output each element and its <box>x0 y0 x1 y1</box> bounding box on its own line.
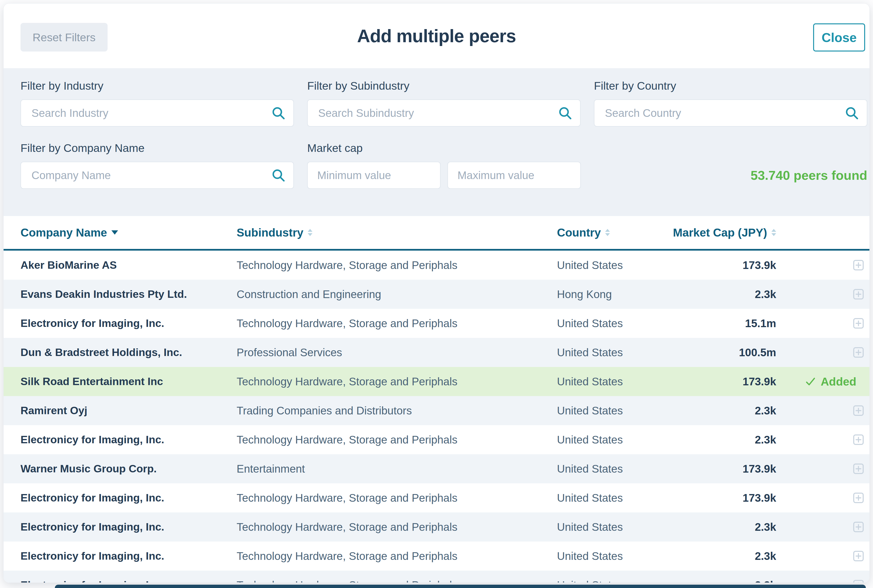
table-body: Aker BioMarine AS Technology Hardware, S… <box>4 250 869 583</box>
plus-icon <box>852 462 865 475</box>
industry-search-input[interactable] <box>21 99 294 127</box>
add-peer-button[interactable] <box>852 288 865 301</box>
country-filter-field: Filter by Country <box>594 79 867 127</box>
column-header[interactable]: Market Cap (JPY) <box>660 226 776 239</box>
cell-country: United States <box>557 550 660 562</box>
plus-icon <box>852 346 865 359</box>
add-peer-button[interactable] <box>852 346 865 359</box>
country-filter-label: Filter by Country <box>594 79 867 93</box>
plus-icon <box>852 259 865 272</box>
cell-market-cap: 15.1m <box>660 317 776 330</box>
cell-action: Added <box>776 550 869 562</box>
column-header[interactable]: Country <box>557 226 660 239</box>
market-cap-min-input[interactable] <box>307 162 440 189</box>
company-filter-label: Filter by Company Name <box>21 141 294 155</box>
add-peer-button[interactable] <box>852 520 865 533</box>
table-row: Electronicy for Imaging, Inc. Technology… <box>4 483 869 512</box>
add-peer-button[interactable] <box>852 433 865 446</box>
company-name-input[interactable] <box>21 162 294 189</box>
subindustry-filter-field: Filter by Subindustry <box>307 79 581 127</box>
cell-subindustry: Construction and Engineering <box>237 288 557 301</box>
cell-action: Added <box>776 462 869 475</box>
market-cap-max-input[interactable] <box>448 162 581 189</box>
cell-subindustry: Technology Hardware, Storage and Peripha… <box>237 579 557 583</box>
add-peer-button[interactable] <box>852 579 865 583</box>
added-badge: Added <box>805 375 865 388</box>
cell-company: Evans Deakin Industries Pty Ltd. <box>21 288 237 300</box>
cell-market-cap: 2.3k <box>660 433 776 446</box>
cell-country: United States <box>557 579 660 583</box>
add-peers-modal: Reset Filters Add multiple peers Close F… <box>3 3 870 583</box>
plus-icon <box>852 491 865 504</box>
cell-subindustry: Technology Hardware, Storage and Peripha… <box>237 491 557 504</box>
table-header: Company Name Subindustry Country Market … <box>4 216 869 250</box>
table-row: Electronicy for Imaging, Inc. Technology… <box>4 425 869 454</box>
cell-action: Added <box>776 491 869 504</box>
cell-market-cap: 173.9k <box>660 462 776 475</box>
cell-country: Hong Kong <box>557 288 660 301</box>
search-icon <box>844 106 859 120</box>
add-peer-button[interactable] <box>852 404 865 417</box>
add-peer-button[interactable] <box>852 317 865 330</box>
column-label: Company Name <box>21 226 107 239</box>
cell-country: United States <box>557 433 660 446</box>
cell-company: Silk Road Entertainment Inc <box>21 375 237 388</box>
cell-company: Aker BioMarine AS <box>21 259 237 272</box>
cell-action: Added <box>776 288 869 301</box>
table-row: Ramirent Oyj Trading Companies and Distr… <box>4 396 869 425</box>
peers-found-count: 53.740 peers found <box>751 168 867 183</box>
filter-panel: Filter by Industry Filter by Subindustry <box>4 68 869 216</box>
modal-title: Add multiple peers <box>4 4 869 68</box>
table-row: Evans Deakin Industries Pty Ltd. Constru… <box>4 280 869 309</box>
company-filter-field: Filter by Company Name <box>21 141 294 189</box>
sort-icon <box>605 229 610 236</box>
subindustry-search-input[interactable] <box>307 99 581 127</box>
cell-market-cap: 2.3k <box>660 404 776 417</box>
plus-icon <box>852 550 865 562</box>
column-label: Subindustry <box>237 226 304 239</box>
cell-market-cap: 2.3k <box>660 579 776 583</box>
search-icon <box>271 106 286 120</box>
table-row: Dun & Bradstreet Holdings, Inc. Professi… <box>4 338 869 367</box>
cell-action: Added <box>776 579 869 583</box>
add-peer-button[interactable] <box>852 462 865 475</box>
cell-company: Warner Music Group Corp. <box>21 463 237 475</box>
search-icon <box>557 106 572 120</box>
bottom-bar-cutoff <box>55 585 866 588</box>
cell-action: Added <box>776 317 869 330</box>
cell-company: Electronicy for Imaging, Inc. <box>21 434 237 446</box>
add-peer-button[interactable] <box>852 550 865 562</box>
table-row: Silk Road Entertainment Inc Technology H… <box>4 367 869 396</box>
cell-company: Electronicy for Imaging, Inc. <box>21 550 237 562</box>
cell-subindustry: Professional Services <box>237 346 557 359</box>
cell-company: Dun & Bradstreet Holdings, Inc. <box>21 346 237 358</box>
cell-subindustry: Technology Hardware, Storage and Peripha… <box>237 520 557 533</box>
column-header[interactable]: Company Name <box>21 226 237 239</box>
cell-action: Added <box>776 433 869 446</box>
table-row: Electronicy for Imaging, Inc. Technology… <box>4 512 869 542</box>
cell-country: United States <box>557 259 660 272</box>
add-peer-button[interactable] <box>852 491 865 504</box>
cell-country: United States <box>557 520 660 533</box>
close-button[interactable]: Close <box>813 23 865 51</box>
cell-company: Ramirent Oyj <box>21 404 237 417</box>
cell-subindustry: Technology Hardware, Storage and Peripha… <box>237 550 557 562</box>
modal-header: Reset Filters Add multiple peers Close <box>4 4 869 68</box>
table-row: Electronicy for Imaging, Inc. Technology… <box>4 571 869 583</box>
cell-market-cap: 173.9k <box>660 259 776 272</box>
column-label: Market Cap (JPY) <box>673 226 767 239</box>
plus-icon <box>852 288 865 301</box>
plus-icon <box>852 317 865 330</box>
cell-market-cap: 2.3k <box>660 550 776 562</box>
subindustry-filter-label: Filter by Subindustry <box>307 79 581 93</box>
country-search-input[interactable] <box>594 99 867 127</box>
sort-icon <box>771 229 776 236</box>
cell-company: Electronicy for Imaging, Inc. <box>21 492 237 504</box>
industry-filter-field: Filter by Industry <box>21 79 294 127</box>
results-summary-cell: 53.740 peers found <box>594 162 867 189</box>
sort-desc-icon <box>111 230 118 235</box>
add-peer-button[interactable] <box>852 259 865 272</box>
cell-company: Electronicy for Imaging, Inc. <box>21 579 237 583</box>
market-cap-field: Market cap <box>307 141 581 189</box>
column-header[interactable]: Subindustry <box>237 226 557 239</box>
